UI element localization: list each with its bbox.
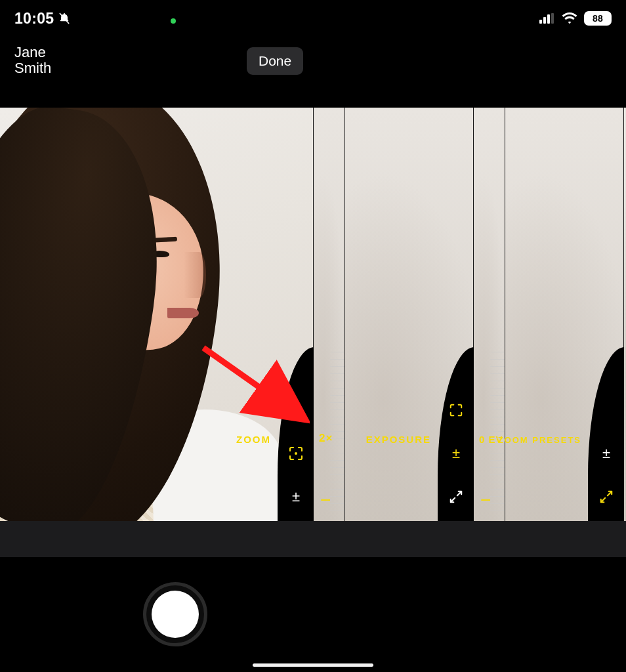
wifi-icon [562, 12, 577, 24]
svg-rect-2 [547, 14, 550, 24]
contact-first-name: Jane [14, 45, 51, 60]
status-time: 10:05 [14, 10, 54, 28]
zoom-ruler [330, 352, 344, 516]
svg-point-4 [295, 452, 297, 455]
panel-divider: 2× − [313, 108, 344, 521]
zoom-label: ZOOM [236, 434, 271, 445]
home-indicator[interactable] [253, 663, 373, 667]
exposure-ruler [490, 352, 505, 516]
preview-panel-zoom[interactable]: ZOOM ± [0, 108, 313, 521]
minus-icon: − [320, 490, 331, 511]
plus-minus-icon: ± [287, 488, 304, 505]
contact-name: Jane Smith [14, 45, 51, 76]
panel-divider: 0 EV − [473, 108, 505, 521]
focus-bracket-icon [448, 402, 465, 419]
svg-rect-3 [551, 13, 554, 24]
cellular-icon [539, 13, 555, 24]
minus-icon: − [480, 490, 491, 511]
contact-last-name: Smith [14, 60, 51, 76]
svg-rect-1 [543, 17, 546, 24]
plus-minus-icon: ± [598, 445, 615, 462]
exposure-label: EXPOSURE [366, 434, 431, 445]
battery-indicator: 88 [584, 11, 612, 26]
panel-divider: 2× − [623, 108, 626, 521]
shutter-button[interactable] [143, 582, 207, 646]
silent-icon [58, 12, 71, 25]
expand-icon [448, 488, 465, 505]
plus-minus-icon: ± [448, 445, 465, 462]
expand-icon [598, 488, 615, 505]
camera-tray [0, 521, 626, 557]
focus-bracket-icon [287, 445, 304, 462]
done-button[interactable]: Done [247, 47, 303, 75]
svg-rect-0 [539, 20, 542, 24]
zoom-presets-label: ZOOM PRESETS [498, 435, 581, 445]
preview-panel-exposure[interactable]: EXPOSURE ± [344, 108, 473, 521]
preview-panel-zoom-presets[interactable]: ZOOM PRESETS ± [505, 108, 623, 521]
status-bar: 10:05 88 [0, 0, 626, 37]
camera-privacy-dot [171, 18, 176, 24]
camera-preview-strip: ZOOM ± 2× − EXPOSURE ± [0, 108, 626, 521]
shutter-inner [152, 591, 199, 638]
